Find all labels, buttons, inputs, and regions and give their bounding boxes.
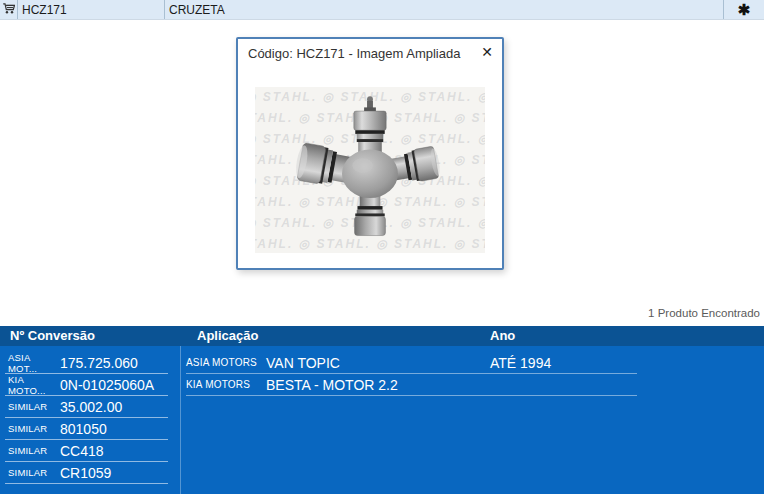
conversion-brand: SIMILAR <box>8 423 60 434</box>
cart-icon <box>2 2 15 18</box>
conversion-number: 0N-01025060A <box>60 377 154 393</box>
conversion-brand: ASIA MOT... <box>8 352 60 374</box>
product-description-cell[interactable]: CRUZETA <box>165 0 723 19</box>
conversion-brand: SIMILAR <box>8 445 60 456</box>
results-panel: Nº Conversão Aplicação Ano ASIA MOT... 1… <box>0 326 764 494</box>
close-icon[interactable]: ✕ <box>481 44 493 60</box>
product-image: ◎ STAHL. ◎ STAHL. ◎ STAHL. ◎ STAHL. ◎ ST… <box>255 87 485 253</box>
conversion-row[interactable]: SIMILAR CC418 <box>5 440 168 462</box>
conversion-row[interactable]: ASIA MOT... 175.725.060 <box>5 352 168 374</box>
parts-catalog-window: HCZ171 CRUZETA ✱ Código: HCZ171 - Imagem… <box>0 0 764 494</box>
modal-title: Código: HCZ171 - Imagem Ampliada <box>248 46 460 61</box>
header-application: Aplicação <box>197 328 258 343</box>
image-modal: Código: HCZ171 - Imagem Ampliada ✕ ◎ STA… <box>236 37 504 270</box>
conversion-list: ASIA MOT... 175.725.060 KIA MOTO... 0N-0… <box>5 352 168 484</box>
application-row[interactable]: ASIA MOTORS VAN TOPIC ATÉ 1994 <box>186 352 637 374</box>
product-code: HCZ171 <box>22 3 67 17</box>
universal-joint-image <box>288 89 452 251</box>
conversion-number: 175.725.060 <box>60 355 138 371</box>
application-row[interactable]: KIA MOTORS BESTA - MOTOR 2.2 <box>186 374 637 396</box>
column-divider <box>180 346 181 494</box>
application-list: ASIA MOTORS VAN TOPIC ATÉ 1994 KIA MOTOR… <box>186 352 637 396</box>
application-model: VAN TOPIC <box>266 355 490 371</box>
application-year: ATÉ 1994 <box>490 355 637 371</box>
top-bar: HCZ171 CRUZETA ✱ <box>0 0 764 20</box>
conversion-number: 35.002.00 <box>60 399 122 415</box>
header-conversion: Nº Conversão <box>10 328 95 343</box>
conversion-number: CC418 <box>60 443 104 459</box>
product-description: CRUZETA <box>169 3 225 17</box>
header-year: Ano <box>490 328 515 343</box>
application-model: BESTA - MOTOR 2.2 <box>266 377 490 393</box>
asterisk-icon: ✱ <box>738 1 751 19</box>
conversion-number: CR1059 <box>60 465 111 481</box>
application-maker: ASIA MOTORS <box>186 357 266 368</box>
cart-button[interactable] <box>0 0 18 19</box>
conversion-brand: SIMILAR <box>8 467 60 478</box>
conversion-brand: KIA MOTO... <box>8 374 60 396</box>
result-count: 1 Produto Encontrado <box>648 307 760 319</box>
conversion-row[interactable]: SIMILAR 801050 <box>5 418 168 440</box>
results-header-band: Nº Conversão Aplicação Ano <box>0 326 764 346</box>
conversion-number: 801050 <box>60 421 107 437</box>
conversion-brand: SIMILAR <box>8 401 60 412</box>
conversion-row[interactable]: KIA MOTO... 0N-01025060A <box>5 374 168 396</box>
favorite-button[interactable]: ✱ <box>723 0 764 19</box>
conversion-row[interactable]: SIMILAR 35.002.00 <box>5 396 168 418</box>
product-code-cell[interactable]: HCZ171 <box>18 0 165 19</box>
conversion-row[interactable]: SIMILAR CR1059 <box>5 462 168 484</box>
application-maker: KIA MOTORS <box>186 379 266 390</box>
